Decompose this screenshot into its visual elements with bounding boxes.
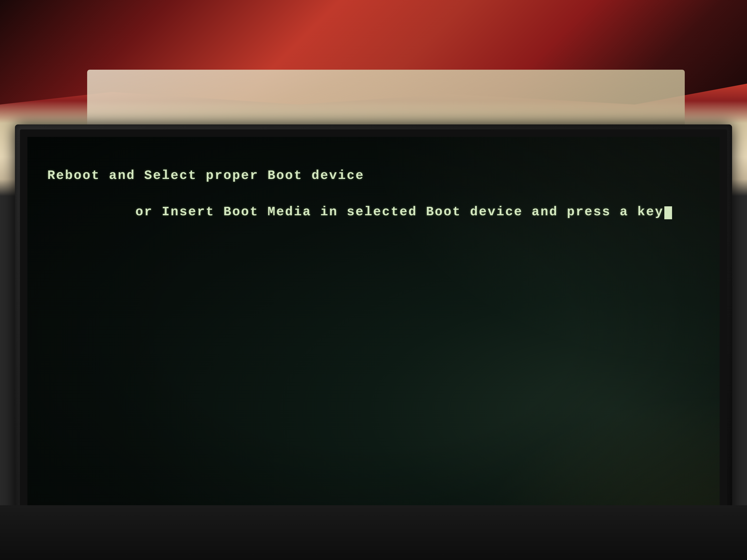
monitor-screen: Reboot and Select proper Boot device or … (27, 137, 720, 530)
cursor-blink (664, 206, 672, 219)
monitor-bezel-inner: Reboot and Select proper Boot device or … (20, 129, 727, 538)
boot-message-container: Reboot and Select proper Boot device or … (47, 167, 700, 239)
boot-message-line2-text: or Insert Boot Media in selected Boot de… (135, 205, 664, 219)
monitor-bezel-outer: Reboot and Select proper Boot device or … (15, 125, 732, 542)
floor-surface (0, 505, 747, 560)
boot-message-line2: or Insert Boot Media in selected Boot de… (47, 185, 700, 239)
boot-message-line1: Reboot and Select proper Boot device (47, 167, 700, 185)
